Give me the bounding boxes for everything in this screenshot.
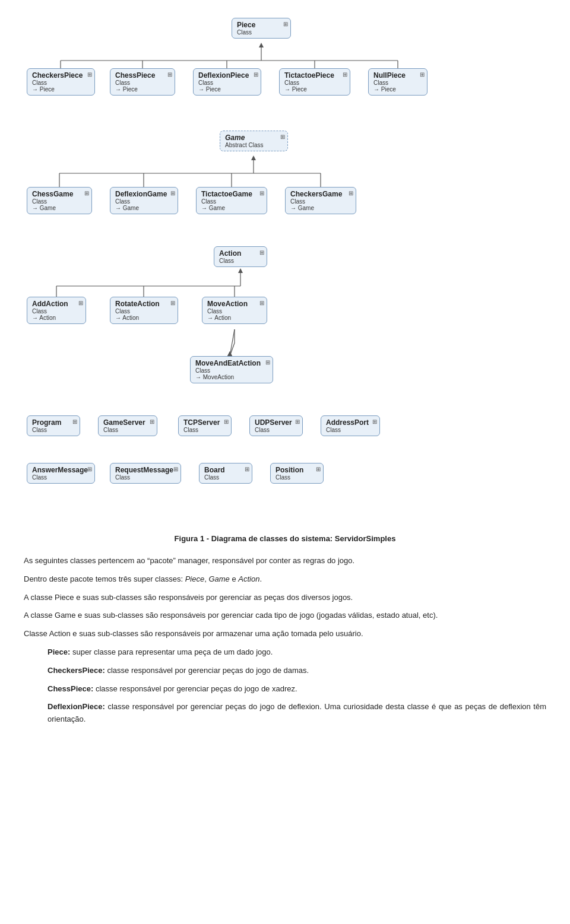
board-type: Class xyxy=(204,474,247,481)
cg-type: Class xyxy=(32,198,87,205)
chp-type: Class xyxy=(115,80,170,86)
rm-title: RequestMessage xyxy=(115,466,176,474)
am-title: AnswerMessage xyxy=(32,466,90,474)
uml-game: ⊞ Game Abstract Class xyxy=(220,131,288,151)
svg-marker-7 xyxy=(259,43,264,47)
udp-icon: ⊞ xyxy=(295,418,300,425)
mea-title: MoveAndEatAction xyxy=(195,359,268,367)
dg-type: Class xyxy=(115,198,173,205)
np-type: Class xyxy=(373,80,422,86)
position-type: Class xyxy=(276,474,318,481)
dp-title: DeflexionPiece xyxy=(198,71,256,80)
am-icon: ⊞ xyxy=(87,466,92,472)
uml-move-eat-action: ⊞ MoveAndEatAction Class → MoveAction xyxy=(190,356,273,383)
chkg-icon: ⊞ xyxy=(349,190,353,196)
gs-icon: ⊞ xyxy=(150,418,154,425)
dp-icon: ⊞ xyxy=(254,71,258,78)
paragraph-3: A classe Piece e suas sub-classes são re… xyxy=(24,592,546,604)
tcp-icon: ⊞ xyxy=(224,418,229,425)
mea-type: Class xyxy=(195,367,268,374)
uml-address-port: ⊞ AddressPort Class xyxy=(321,415,380,436)
uml-checkers-piece: ⊞ CheckersPiece Class → Piece xyxy=(27,68,95,96)
svg-line-22 xyxy=(230,343,235,356)
rm-icon: ⊞ xyxy=(173,466,178,472)
tp-title: TictactoePiece xyxy=(284,71,345,80)
aa-icon: ⊞ xyxy=(78,300,83,306)
dg-icon: ⊞ xyxy=(170,190,175,196)
tp-parent: → Piece xyxy=(284,86,345,93)
dp-parent: → Piece xyxy=(198,86,256,93)
cp-parent: → Piece xyxy=(32,86,90,93)
ma-type: Class xyxy=(207,308,262,315)
act-icon: ⊞ xyxy=(259,249,264,256)
paragraph-8: ChessPiece: classe responsável por geren… xyxy=(48,683,546,696)
svg-line-25 xyxy=(230,329,235,356)
ma-parent: → Action xyxy=(207,315,262,321)
chkg-parent: → Game xyxy=(290,205,351,211)
game-title: Game xyxy=(225,134,283,142)
mea-icon: ⊞ xyxy=(265,359,270,366)
tg-parent: → Game xyxy=(201,205,262,211)
dp-type: Class xyxy=(198,80,256,86)
uml-position: ⊞ Position Class xyxy=(270,463,324,484)
uml-answer-message: ⊞ AnswerMessage Class xyxy=(27,463,95,484)
tp-type: Class xyxy=(284,80,345,86)
game-type: Abstract Class xyxy=(225,142,283,148)
prog-type: Class xyxy=(32,427,75,433)
ra-title: RotateAction xyxy=(115,300,173,308)
uml-tictactoe-piece: ⊞ TictactoePiece Class → Piece xyxy=(279,68,350,96)
piece-icon: ⊞ xyxy=(283,21,288,27)
paragraph-2: Dentro deste pacote temos três super cla… xyxy=(24,573,546,586)
aa-type: Class xyxy=(32,308,81,315)
prog-title: Program xyxy=(32,418,75,427)
uml-null-piece: ⊞ NullPiece Class → Piece xyxy=(368,68,428,96)
tcp-title: TCPServer xyxy=(183,418,226,427)
uml-tictactoe-game: ⊞ TictactoeGame Class → Game xyxy=(196,187,267,214)
figure-caption: Figura 1 - Diagrama de classes do sistem… xyxy=(24,534,546,543)
rm-type: Class xyxy=(115,474,176,481)
gs-title: GameServer xyxy=(103,418,152,427)
chp-icon: ⊞ xyxy=(167,71,172,78)
am-type: Class xyxy=(32,474,90,481)
cg-parent: → Game xyxy=(32,205,87,211)
chp-parent: → Piece xyxy=(115,86,170,93)
ma-title: MoveAction xyxy=(207,300,262,308)
paragraph-1: As seguintes classes pertencem ao “pacot… xyxy=(24,555,546,567)
uml-tcp-server: ⊞ TCPServer Class xyxy=(178,415,232,436)
svg-marker-20 xyxy=(238,268,243,273)
paragraph-9: DeflexionPiece: classe responsável por g… xyxy=(48,701,546,726)
chp-title: ChessPiece xyxy=(115,71,170,80)
prog-icon: ⊞ xyxy=(72,418,77,425)
uml-chess-game: ⊞ ChessGame Class → Game xyxy=(27,187,92,214)
aa-title: AddAction xyxy=(32,300,81,308)
ap-type: Class xyxy=(326,427,375,433)
act-type: Class xyxy=(219,258,262,264)
udp-title: UDPServer xyxy=(255,418,297,427)
paragraph-4: A classe Game e suas sub-classes são res… xyxy=(24,609,546,622)
uml-request-message: ⊞ RequestMessage Class xyxy=(110,463,181,484)
uml-board: ⊞ Board Class xyxy=(199,463,252,484)
dg-title: DeflexionGame xyxy=(115,190,173,198)
ra-type: Class xyxy=(115,308,173,315)
cp-title: CheckersPiece xyxy=(32,71,90,80)
uml-deflexion-piece: ⊞ DeflexionPiece Class → Piece xyxy=(193,68,261,96)
ra-parent: → Action xyxy=(115,315,173,321)
udp-type: Class xyxy=(255,427,297,433)
cg-icon: ⊞ xyxy=(84,190,89,196)
chkg-title: CheckersGame xyxy=(290,190,351,198)
chkg-type: Class xyxy=(290,198,351,205)
uml-move-action: ⊞ MoveAction Class → Action xyxy=(202,297,267,324)
aa-parent: → Action xyxy=(32,315,81,321)
uml-piece: ⊞ Piece Class xyxy=(232,18,291,39)
paragraph-6: Piece: super classe para representar uma… xyxy=(48,646,546,659)
ap-title: AddressPort xyxy=(326,418,375,427)
uml-game-server: ⊞ GameServer Class xyxy=(98,415,157,436)
uml-program: ⊞ Program Class xyxy=(27,415,80,436)
cp-type: Class xyxy=(32,80,90,86)
uml-add-action: ⊞ AddAction Class → Action xyxy=(27,297,86,324)
gs-type: Class xyxy=(103,427,152,433)
tg-type: Class xyxy=(201,198,262,205)
tg-title: TictactoeGame xyxy=(201,190,262,198)
cp-icon: ⊞ xyxy=(87,71,92,78)
dg-parent: → Game xyxy=(115,205,173,211)
